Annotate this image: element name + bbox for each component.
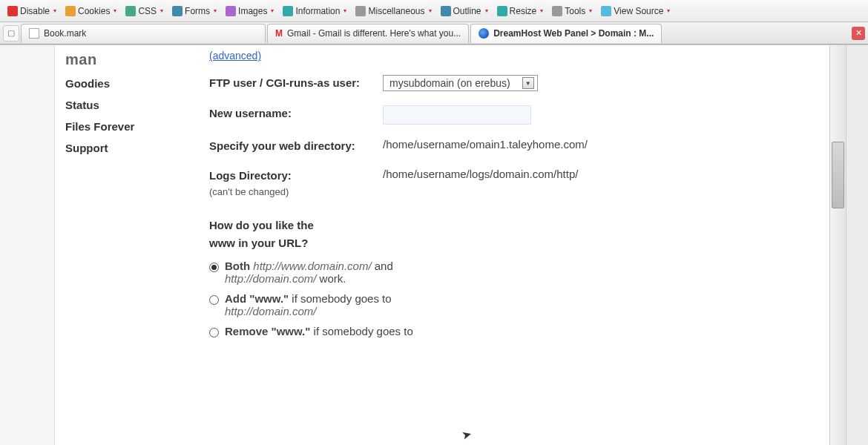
- web-directory-label: Specify your web directory:: [209, 138, 365, 155]
- new-username-label: New username:: [209, 105, 365, 125]
- disable-icon: [7, 6, 18, 16]
- cookies-icon: [65, 6, 76, 16]
- select-value: mysubdomain (on erebus): [389, 77, 510, 89]
- logs-directory-label: Logs Directory: (can't be changed): [209, 168, 365, 199]
- scrollbar[interactable]: [829, 45, 846, 445]
- tab-bar: ▢ Book.mark M Gmail - Gmail is different…: [0, 22, 868, 44]
- sidebar-item-support[interactable]: Support: [65, 137, 180, 159]
- sidebar-item-files-forever[interactable]: Files Forever: [65, 116, 180, 137]
- toolbar-tools[interactable]: Tools▾: [549, 4, 595, 18]
- row-new-username: New username:: [209, 105, 815, 125]
- scrollbar-thumb[interactable]: [832, 142, 844, 208]
- row-web-directory: Specify your web directory: /home/userna…: [209, 138, 815, 155]
- css-icon: [125, 6, 136, 16]
- toolbar-images[interactable]: Images▾: [223, 4, 277, 18]
- www-option-add[interactable]: Add "www." if somebody goes to http://do…: [209, 292, 815, 317]
- close-tab-button[interactable]: ✕: [852, 27, 865, 40]
- ftp-user-select[interactable]: mysubdomain (on erebus) ▼: [383, 75, 538, 91]
- left-gutter: [0, 45, 55, 445]
- tab-label: Gmail - Gmail is different. Here's what …: [287, 28, 461, 39]
- gmail-favicon-icon: M: [275, 28, 283, 39]
- toolbar-css[interactable]: CSS▾: [122, 4, 166, 18]
- radio-icon: [209, 328, 219, 337]
- row-ftp-user: FTP user / CGI-runs-as user: mysubdomain…: [209, 75, 815, 92]
- forms-icon: [172, 6, 183, 16]
- tab-label: Book.mark: [44, 28, 86, 39]
- www-option-both[interactable]: Both http://www.domain.com/ and http://d…: [209, 260, 815, 285]
- ftp-user-label: FTP user / CGI-runs-as user:: [209, 75, 365, 92]
- source-icon: [601, 6, 611, 16]
- toolbar-resize[interactable]: Resize▾: [494, 4, 547, 18]
- resize-icon: [497, 6, 507, 16]
- outline-icon: [441, 6, 451, 16]
- misc-icon: [355, 6, 366, 16]
- main-panel: (advanced) FTP user / CGI-runs-as user: …: [180, 45, 829, 445]
- information-icon: [283, 6, 293, 16]
- sidebar: man Goodies Status Files Forever Support: [55, 45, 180, 445]
- logs-directory-sublabel: (can't be changed): [209, 185, 365, 200]
- toolbar-forms[interactable]: Forms▾: [169, 4, 220, 18]
- web-directory-value: /home/username/omain1.taleyhome.com/: [383, 138, 815, 155]
- toolbar-outline[interactable]: Outline▾: [438, 4, 491, 18]
- tab-dreamhost[interactable]: DreamHost Web Panel > Domain : M...: [470, 24, 662, 43]
- chevron-down-icon: ▼: [522, 77, 534, 89]
- developer-toolbar: Disable▾ Cookies▾ CSS▾ Forms▾ Images▾ In…: [0, 0, 868, 22]
- row-logs-directory: Logs Directory: (can't be changed) /home…: [209, 168, 815, 199]
- www-question-label: How do you like the www in your URL?: [209, 217, 365, 252]
- sidebar-brand: man: [65, 51, 180, 68]
- sidebar-item-goodies[interactable]: Goodies: [65, 73, 180, 94]
- toolbar-disable[interactable]: Disable▾: [4, 4, 59, 18]
- tab-bookmark[interactable]: Book.mark: [21, 24, 266, 43]
- sidebar-item-status[interactable]: Status: [65, 94, 180, 116]
- images-icon: [226, 6, 236, 16]
- radio-label: Remove "www." if somebody goes to: [225, 325, 413, 337]
- www-option-remove[interactable]: Remove "www." if somebody goes to: [209, 325, 815, 337]
- blank-favicon-icon: [29, 28, 39, 39]
- radio-label: Both http://www.domain.com/ and http://d…: [225, 260, 393, 285]
- toolbar-misc[interactable]: Miscellaneous▾: [352, 4, 434, 18]
- tab-gmail[interactable]: M Gmail - Gmail is different. Here's wha…: [267, 24, 469, 43]
- radio-icon: [209, 295, 219, 305]
- content-area: man Goodies Status Files Forever Support…: [0, 44, 868, 445]
- toolbar-information[interactable]: Information▾: [280, 4, 349, 18]
- www-preference-block: How do you like the www in your URL? Bot…: [209, 217, 815, 337]
- radio-icon: [209, 263, 219, 272]
- tab-label: DreamHost Web Panel > Domain : M...: [493, 28, 654, 39]
- dreamhost-favicon-icon: [479, 28, 489, 39]
- advanced-link[interactable]: (advanced): [209, 50, 261, 62]
- toolbar-view-source[interactable]: View Source▾: [598, 4, 673, 18]
- logs-directory-value: /home/username/logs/domain.com/http/: [383, 168, 815, 199]
- cursor-icon: ➤: [460, 427, 473, 444]
- tools-icon: [552, 6, 562, 16]
- toolbar-cookies[interactable]: Cookies▾: [62, 4, 119, 18]
- radio-label: Add "www." if somebody goes to http://do…: [225, 292, 392, 317]
- new-tab-button[interactable]: ▢: [3, 25, 19, 42]
- right-gutter: [846, 45, 868, 445]
- new-username-input[interactable]: [383, 105, 531, 125]
